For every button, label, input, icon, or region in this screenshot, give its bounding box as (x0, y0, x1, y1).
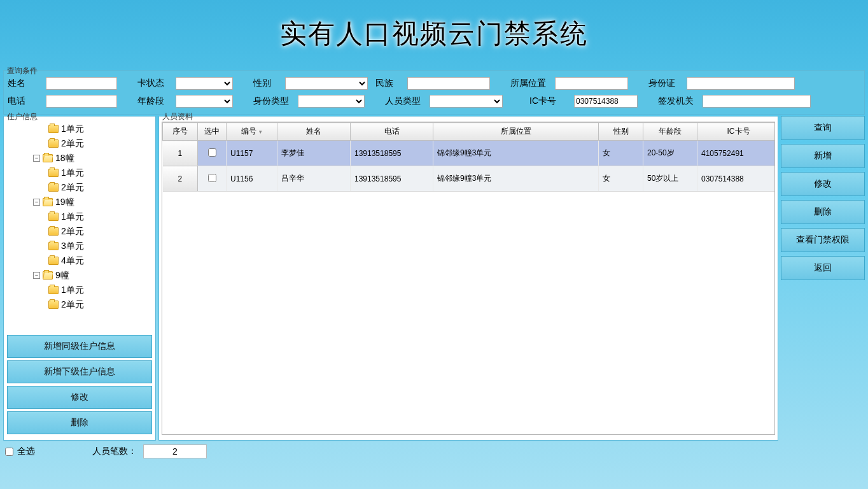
cell-seq: 2 (163, 166, 198, 192)
cell-ic: 4105752491 (697, 141, 776, 166)
tree-node[interactable]: −19幢 (4, 195, 155, 209)
folder-icon (48, 213, 59, 221)
tree-expander-icon[interactable]: − (33, 272, 40, 279)
cell-phone: 13913518595 (351, 166, 433, 192)
tree-node[interactable]: 3单元 (4, 239, 155, 253)
cell-id: U1157 (227, 141, 277, 166)
tree-node[interactable]: 1单元 (4, 209, 155, 224)
label-count: 人员笔数： (92, 446, 137, 457)
cell-loc: 锦邻缘9幢3单元 (433, 166, 599, 192)
tree-expander-icon[interactable]: − (33, 199, 40, 206)
page-title: 实有人口视频云门禁系统 (280, 16, 588, 52)
person-legend: 人员资料 (162, 111, 193, 122)
th-sex[interactable]: 性别 (599, 123, 643, 141)
input-name[interactable] (46, 77, 117, 90)
checkbox-selectall[interactable] (5, 448, 13, 456)
tree-label: 4单元 (61, 255, 84, 267)
folder-icon (43, 198, 53, 206)
btn-query[interactable]: 查询 (781, 116, 865, 140)
select-idtype[interactable] (298, 95, 365, 108)
tree-label: 18幢 (55, 153, 74, 164)
row-checkbox[interactable] (208, 174, 216, 182)
tree-label: 3单元 (61, 241, 84, 252)
tree-node[interactable]: 1单元 (4, 122, 155, 136)
th-name[interactable]: 姓名 (277, 123, 351, 141)
btn-add-child[interactable]: 新增下级住户信息 (7, 360, 152, 383)
btn-tree-edit[interactable]: 修改 (7, 386, 152, 409)
label-idtype: 身份类型 (253, 96, 298, 107)
btn-add-sibling[interactable]: 新增同级住户信息 (7, 335, 152, 358)
tree-node[interactable]: 2单元 (4, 180, 155, 195)
th-ic[interactable]: IC卡号 (697, 123, 776, 141)
footer-bar: 全选 人员笔数： 2 (5, 444, 863, 458)
label-name: 姓名 (8, 78, 46, 89)
label-agerange: 年龄段 (137, 96, 176, 107)
cell-age: 20-50岁 (643, 141, 697, 166)
select-sex[interactable] (285, 77, 368, 90)
folder-icon (48, 169, 59, 177)
tree-label: 1单元 (61, 211, 84, 223)
select-cardstate[interactable] (176, 77, 233, 90)
th-age[interactable]: 年龄段 (643, 123, 697, 141)
row-checkbox[interactable] (208, 148, 216, 157)
tree-node[interactable]: 2单元 (4, 297, 155, 312)
select-agerange[interactable] (176, 95, 233, 108)
input-iccard[interactable] (574, 95, 638, 108)
tree-expander-icon[interactable]: − (33, 155, 40, 162)
cell-age: 50岁以上 (643, 166, 697, 192)
folder-icon (48, 301, 59, 309)
title-banner: 实有人口视频云门禁系统 (0, 0, 868, 67)
folder-icon (48, 257, 59, 265)
tree-label: 1单元 (61, 285, 84, 296)
tree-node[interactable]: −9幢 (4, 268, 155, 283)
input-location[interactable] (555, 77, 628, 90)
tree-node[interactable]: 2单元 (4, 136, 155, 151)
label-selectall: 全选 (17, 446, 35, 457)
tree-label: 1单元 (61, 167, 84, 179)
btn-add[interactable]: 新增 (781, 144, 865, 168)
th-seq[interactable]: 序号 (163, 123, 198, 141)
action-panel: 查询 新增 修改 删除 查看门禁权限 返回 (781, 116, 865, 441)
tree-node[interactable]: 4单元 (4, 253, 155, 268)
select-ptype[interactable] (430, 95, 503, 108)
cell-name: 吕辛华 (277, 166, 351, 192)
tree-node[interactable]: −18幢 (4, 151, 155, 166)
folder-icon (43, 154, 53, 162)
residence-legend: 住户信息 (7, 111, 38, 122)
label-location: 所属位置 (510, 78, 555, 89)
table-row[interactable]: 1U1157李梦佳13913518595锦邻缘9幢3单元女20-50岁41057… (163, 141, 776, 166)
filter-panel: 查询条件 姓名 卡状态 性别 民族 所属位置 身份证 电话 年龄段 身份类型 人… (3, 70, 865, 115)
btn-edit[interactable]: 修改 (781, 172, 865, 196)
btn-tree-delete[interactable]: 删除 (7, 411, 152, 434)
th-sel[interactable]: 选中 (198, 123, 227, 141)
table-scroll[interactable]: 序号 选中 编号 ▾ 姓名 电话 所属位置 性别 年龄段 IC卡号 1U1157… (162, 122, 775, 435)
cell-id: U1156 (227, 166, 277, 192)
person-panel: 人员资料 序号 选中 编号 ▾ 姓名 电话 所属位置 性别 年龄段 IC卡号 (158, 116, 778, 441)
label-phone: 电话 (8, 96, 46, 107)
tree-label: 2单元 (61, 182, 84, 194)
tree-node[interactable]: 1单元 (4, 283, 155, 297)
btn-delete[interactable]: 删除 (781, 200, 865, 224)
tree-label: 9幢 (55, 270, 69, 281)
tree-label: 1单元 (61, 124, 84, 135)
tree-node[interactable]: 1单元 (4, 166, 155, 180)
tree-node[interactable]: 2单元 (4, 224, 155, 239)
residence-tree[interactable]: 1单元2单元−18幢1单元2单元−19幢1单元2单元3单元4单元−9幢1单元2单… (4, 122, 155, 329)
th-id[interactable]: 编号 ▾ (227, 123, 277, 141)
btn-back[interactable]: 返回 (781, 256, 865, 280)
cell-seq: 1 (163, 141, 198, 166)
input-issuer[interactable] (703, 95, 811, 108)
tree-label: 2单元 (61, 138, 84, 150)
cell-sex: 女 (599, 166, 643, 192)
th-phone[interactable]: 电话 (351, 123, 433, 141)
input-phone[interactable] (46, 95, 117, 108)
label-ethnic: 民族 (375, 78, 407, 89)
folder-icon (48, 227, 59, 236)
th-loc[interactable]: 所属位置 (433, 123, 599, 141)
folder-icon (48, 125, 59, 133)
btn-view-perm[interactable]: 查看门禁权限 (781, 228, 865, 252)
input-idnum[interactable] (687, 77, 795, 90)
input-ethnic[interactable] (407, 77, 490, 90)
table-row[interactable]: 2U1156吕辛华13913518595锦邻缘9幢3单元女50岁以上030751… (163, 166, 776, 192)
label-idnum: 身份证 (648, 78, 687, 89)
